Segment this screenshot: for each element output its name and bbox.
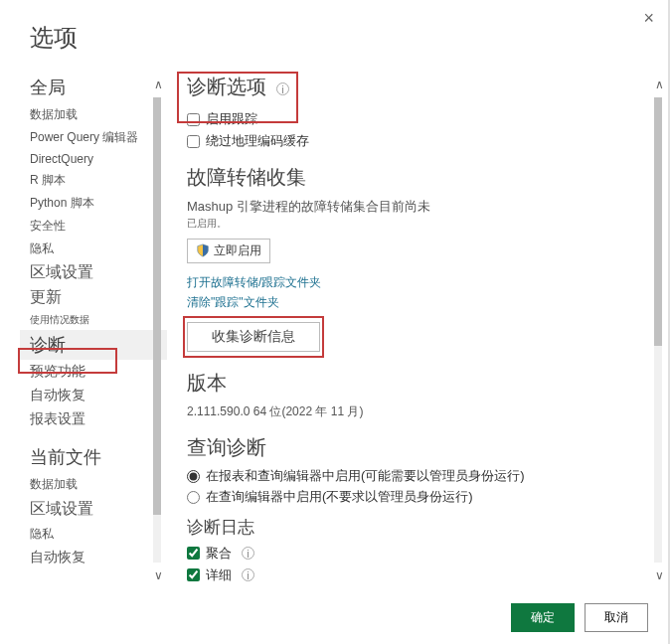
nav-regional[interactable]: 区域设置 bbox=[30, 260, 167, 285]
sidebar: ∧ ∨ 全局 数据加载 Power Query 编辑器 DirectQuery … bbox=[0, 72, 167, 588]
nav-usage-data[interactable]: 使用情况数据 bbox=[30, 310, 167, 330]
nav-autorecover[interactable]: 自动恢复 bbox=[30, 384, 167, 407]
checkbox-input[interactable] bbox=[187, 568, 200, 581]
link-open-folder[interactable]: 打开故障转储/跟踪文件夹 bbox=[187, 274, 630, 291]
checkbox-input[interactable] bbox=[187, 135, 200, 148]
nav-cf-data-load[interactable]: 数据加载 bbox=[30, 473, 167, 496]
version-text: 2.111.590.0 64 位(2022 年 11 月) bbox=[187, 402, 630, 420]
enable-now-button[interactable]: 立即启用 bbox=[187, 239, 270, 263]
nav-directquery[interactable]: DirectQuery bbox=[30, 149, 167, 169]
info-icon[interactable]: i bbox=[242, 547, 254, 560]
chevron-up-icon[interactable]: ∧ bbox=[655, 78, 664, 91]
checkbox-label: 绕过地理编码缓存 bbox=[206, 132, 309, 150]
section-diag-log: 诊断日志 bbox=[187, 516, 630, 539]
nav-section-current: 当前文件 bbox=[30, 445, 167, 469]
nav-diagnostics[interactable]: 诊断 bbox=[20, 330, 167, 360]
link-clear-folder[interactable]: 清除"跟踪"文件夹 bbox=[187, 294, 630, 311]
info-icon[interactable]: i bbox=[242, 568, 254, 581]
radio-label: 在报表和查询编辑器中启用(可能需要以管理员身份运行) bbox=[206, 467, 525, 485]
section-query-diag: 查询诊断 bbox=[187, 434, 630, 461]
content-pane: ∧ ∨ 诊断选项 i 启用跟踪 绕过地理编码缓存 故障转储收集 Mashup 引… bbox=[167, 72, 668, 588]
nav-pq-editor[interactable]: Power Query 编辑器 bbox=[30, 126, 167, 149]
scrollbar-thumb[interactable] bbox=[153, 97, 161, 515]
checkbox-enable-trace[interactable]: 启用跟踪 bbox=[187, 110, 630, 128]
nav-cf-autorecover[interactable]: 自动恢复 bbox=[30, 546, 167, 569]
radio-input[interactable] bbox=[187, 470, 200, 483]
radio-label: 在查询编辑器中启用(不要求以管理员身份运行) bbox=[206, 488, 473, 506]
chevron-down-icon[interactable]: ∨ bbox=[655, 568, 664, 582]
checkbox-bypass-geo[interactable]: 绕过地理编码缓存 bbox=[187, 132, 630, 150]
checkbox-label: 聚合 bbox=[206, 545, 232, 563]
section-version: 版本 bbox=[187, 370, 630, 397]
button-label: 立即启用 bbox=[214, 242, 261, 259]
button-label: 收集诊断信息 bbox=[212, 328, 295, 344]
checkbox-detailed[interactable]: 详细 i bbox=[187, 566, 630, 584]
checkbox-label: 详细 bbox=[206, 566, 232, 584]
checkbox-aggregate[interactable]: 聚合 i bbox=[187, 545, 630, 563]
crash-dump-desc: Mashup 引擎进程的故障转储集合目前尚未 bbox=[187, 197, 630, 217]
nav-data-load[interactable]: 数据加载 bbox=[30, 103, 167, 126]
nav-report-settings[interactable]: 报表设置 bbox=[30, 407, 167, 431]
chevron-up-icon[interactable]: ∧ bbox=[154, 78, 163, 91]
nav-updates[interactable]: 更新 bbox=[30, 285, 167, 310]
nav-security[interactable]: 安全性 bbox=[30, 215, 167, 238]
ok-button[interactable]: 确定 bbox=[511, 603, 575, 632]
radio-editor-only[interactable]: 在查询编辑器中启用(不要求以管理员身份运行) bbox=[187, 488, 630, 506]
crash-dump-sub: 已启用。 bbox=[187, 217, 630, 231]
dialog-footer: 确定 取消 bbox=[511, 603, 648, 632]
section-crash-dump: 故障转储收集 bbox=[187, 164, 630, 191]
cancel-button[interactable]: 取消 bbox=[585, 603, 648, 632]
section-diagnostic-options: 诊断选项 bbox=[187, 74, 266, 100]
info-icon[interactable]: i bbox=[276, 82, 289, 95]
nav-privacy[interactable]: 隐私 bbox=[30, 238, 167, 260]
checkbox-label: 启用跟踪 bbox=[206, 110, 257, 128]
dialog-title: 选项 bbox=[0, 0, 668, 72]
checkbox-input[interactable] bbox=[187, 547, 200, 560]
checkbox-input[interactable] bbox=[187, 113, 200, 126]
radio-report-editor[interactable]: 在报表和查询编辑器中启用(可能需要以管理员身份运行) bbox=[187, 467, 630, 485]
nav-cf-regional[interactable]: 区域设置 bbox=[30, 496, 167, 523]
nav-r-script[interactable]: R 脚本 bbox=[30, 169, 167, 192]
close-icon[interactable]: × bbox=[643, 8, 654, 29]
nav-python-script[interactable]: Python 脚本 bbox=[30, 192, 167, 215]
nav-preview[interactable]: 预览功能 bbox=[30, 360, 167, 384]
radio-input[interactable] bbox=[187, 491, 200, 504]
nav-section-global: 全局 bbox=[30, 76, 167, 99]
chevron-down-icon[interactable]: ∨ bbox=[154, 568, 163, 582]
collect-diagnostics-button[interactable]: 收集诊断信息 bbox=[187, 322, 320, 352]
shield-icon bbox=[196, 243, 210, 257]
nav-cf-privacy[interactable]: 隐私 bbox=[30, 523, 167, 546]
scrollbar-thumb[interactable] bbox=[654, 97, 662, 346]
